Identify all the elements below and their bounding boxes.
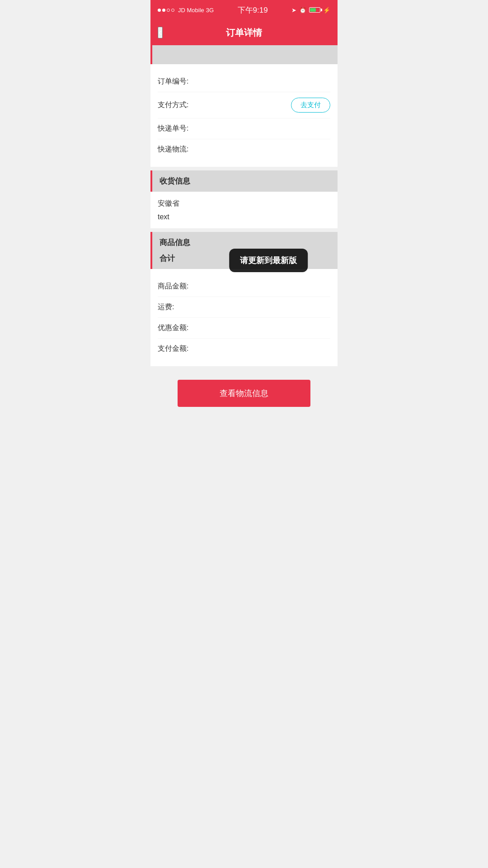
carrier-name: JD Mobile (178, 7, 204, 14)
payment-method-row: 支付方式: 去支付 (158, 92, 330, 118)
signal-dot-2 (162, 9, 165, 12)
network-type: 3G (206, 7, 214, 14)
shipping-fee-row: 运费: (158, 297, 330, 318)
logistics-label: 快递物流: (158, 145, 188, 154)
logistics-row: 快递物流: (158, 139, 330, 160)
product-subtitle-row: 合计 请更新到最新版 (152, 253, 338, 269)
bottom-section: 查看物流信息 (150, 366, 338, 420)
discount-row: 优惠金额: (158, 318, 330, 339)
logistics-button[interactable]: 查看物流信息 (178, 380, 310, 407)
shipping-fee-label: 运费: (158, 303, 174, 311)
summary-card: 商品金额: 运费: 优惠金额: 支付金额: (150, 269, 338, 366)
back-button[interactable]: ‹ (158, 27, 163, 38)
update-tooltip: 请更新到最新版 (229, 249, 308, 272)
signal-dot-3 (167, 9, 170, 12)
status-bar: JD Mobile 3G 下午9:19 ➤ ⏰ ⚡ (150, 0, 338, 20)
signal-dot-1 (158, 9, 161, 12)
receiving-section-header: 收货信息 (150, 170, 338, 192)
tracking-number-label: 快递单号: (158, 124, 188, 133)
first-section-header (150, 45, 338, 64)
status-left: JD Mobile 3G (158, 7, 214, 14)
order-number-row: 订单编号: (158, 71, 330, 92)
page-title: 订单详情 (226, 27, 262, 39)
payment-amount-row: 支付金额: (158, 339, 330, 359)
discount-label: 优惠金额: (158, 324, 188, 331)
signal-dot-4 (171, 9, 174, 12)
order-info-card: 订单编号: 支付方式: 去支付 快递单号: 快递物流: (150, 64, 338, 167)
status-time: 下午9:19 (238, 5, 268, 15)
battery-icon (309, 7, 320, 13)
location-icon: ➤ (291, 7, 296, 14)
receiving-card: 安徽省 text (150, 192, 338, 228)
pay-button[interactable]: 去支付 (291, 98, 330, 113)
receiving-province: 安徽省 (158, 199, 330, 208)
nav-bar: ‹ 订单详情 (150, 20, 338, 45)
receiving-text: text (158, 213, 330, 221)
tracking-number-row: 快递单号: (158, 118, 330, 139)
charging-icon: ⚡ (323, 7, 330, 14)
battery-fill (310, 8, 316, 12)
product-amount-row: 商品金额: (158, 276, 330, 297)
payment-method-label: 支付方式: (158, 100, 188, 110)
signal-dots (158, 9, 174, 12)
payment-amount-label: 支付金额: (158, 344, 188, 352)
product-section-container: 商品信息 合计 请更新到最新版 (150, 232, 338, 269)
receiving-title: 收货信息 (160, 176, 190, 186)
order-number-label: 订单编号: (158, 77, 188, 86)
first-section-spacer (160, 51, 161, 58)
product-amount-label: 商品金额: (158, 282, 188, 290)
product-subtitle: 合计 (160, 254, 175, 263)
alarm-icon: ⏰ (299, 7, 306, 14)
status-right: ➤ ⏰ ⚡ (291, 7, 330, 14)
